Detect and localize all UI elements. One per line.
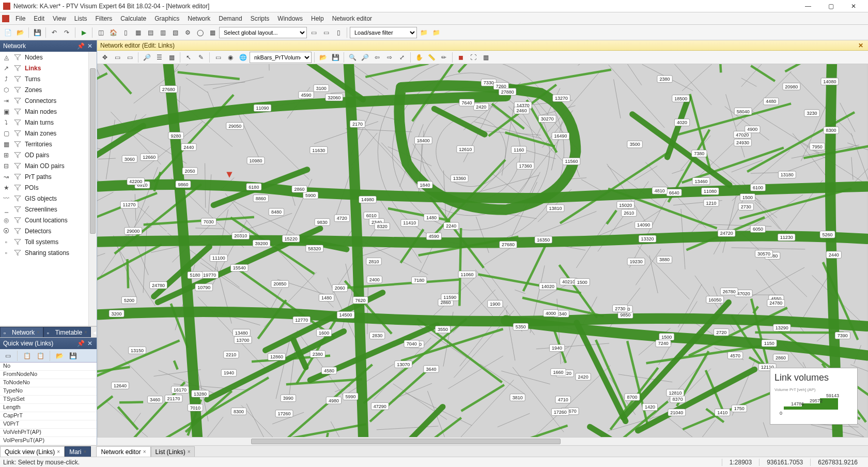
filter-icon[interactable] <box>13 86 22 94</box>
network-panel-header[interactable]: Network 📌 ✕ <box>0 40 97 52</box>
quickview-field[interactable]: TSysSet <box>0 396 97 404</box>
filter-icon[interactable] <box>13 151 22 159</box>
menu-windows[interactable]: Windows <box>273 13 307 24</box>
tool-b-icon[interactable]: ▦ <box>132 27 144 38</box>
left-tab-timetable[interactable]: ▫Timetable× <box>43 327 91 337</box>
network-item-screenlines[interactable]: ⎯ Screenlines <box>0 204 97 215</box>
filter-icon[interactable] <box>13 75 22 83</box>
measure-icon[interactable]: 📏 <box>426 52 437 63</box>
menu-lists[interactable]: Lists <box>70 13 91 24</box>
network-item-main-nodes[interactable]: ▣ Main nodes <box>0 106 97 117</box>
full-extent-icon[interactable]: ⛶ <box>468 52 479 63</box>
tab-close-icon[interactable]: × <box>84 449 87 455</box>
select-icon[interactable]: ▭ <box>124 52 135 63</box>
tool-d-icon[interactable]: ▥ <box>157 27 168 38</box>
map-canvas[interactable]: 1315013360109803230601079509280848022106… <box>97 64 868 437</box>
menu-file[interactable]: File <box>11 13 29 24</box>
zoom-extent-icon[interactable]: ⤢ <box>396 52 408 63</box>
load-save-filter-select[interactable]: Load/save filter <box>350 27 417 38</box>
minimize-button[interactable]: — <box>797 1 819 12</box>
close-button[interactable]: ✕ <box>842 1 865 12</box>
qv-save-icon[interactable]: 💾 <box>67 350 79 361</box>
qv-copy-icon[interactable]: 📋 <box>21 350 33 361</box>
tool-e-icon[interactable]: ▧ <box>169 27 181 38</box>
window-icon[interactable]: ◫ <box>95 27 106 38</box>
undo-button[interactable]: ↶ <box>49 27 60 38</box>
network-item-sharing-stations[interactable]: ▫ Sharing stations <box>0 247 97 258</box>
menu-help[interactable]: Help <box>307 13 328 24</box>
filter-icon[interactable] <box>13 129 22 138</box>
pointer-icon[interactable]: ▭ <box>112 52 123 63</box>
network-item-territories[interactable]: ▦ Territories <box>0 139 97 149</box>
filter-icon[interactable] <box>13 173 22 181</box>
quickview-field[interactable]: V0PrT <box>0 420 97 429</box>
quickview-field[interactable]: CapPrT <box>0 412 97 420</box>
graphic-param-select[interactable]: nkBars_PrTVolume <box>250 52 312 63</box>
network-item-od-pairs[interactable]: ⊞ OD pairs <box>0 149 97 160</box>
filter-icon[interactable] <box>13 184 22 192</box>
pin-icon[interactable]: 📌 <box>77 42 84 50</box>
editor-close-icon[interactable]: ✕ <box>857 42 865 49</box>
layout-b-icon[interactable]: ▭ <box>320 27 332 38</box>
panel-close-icon[interactable]: ✕ <box>86 340 94 347</box>
tab-close-icon[interactable]: × <box>84 329 87 335</box>
tool-g-icon[interactable]: ◯ <box>194 27 206 38</box>
quickview-field[interactable]: VolVehPrT(AP) <box>0 429 97 437</box>
hand-icon[interactable]: ✋ <box>413 52 425 63</box>
filter-icon[interactable] <box>13 162 22 170</box>
zoom-out-icon[interactable]: 🔎 <box>359 52 370 63</box>
arrow-mode-icon[interactable]: ↖ <box>183 52 194 63</box>
network-object-list[interactable]: ◬ Nodes↗ Links⤴ Turns⬡ Zones⇥ Connectors… <box>0 52 97 326</box>
qv-open-icon[interactable]: 📂 <box>54 350 65 361</box>
pan-icon[interactable]: ✥ <box>99 52 111 63</box>
gp-save-icon[interactable]: 💾 <box>330 52 341 63</box>
redo-button[interactable]: ↷ <box>61 27 72 38</box>
edit-mode-icon[interactable]: ✎ <box>195 52 207 63</box>
quickview-field[interactable]: No <box>0 363 97 371</box>
globe-icon[interactable]: 🌐 <box>237 52 249 63</box>
network-item-main-zones[interactable]: ▢ Main zones <box>0 128 97 139</box>
filter-open-icon[interactable]: 📁 <box>418 27 429 38</box>
tool-c-icon[interactable]: ▤ <box>145 27 156 38</box>
network-item-prt-paths[interactable]: ↝ PrT paths <box>0 171 97 182</box>
bottom-tab-quick-view-links-[interactable]: Quick view (Links)× <box>0 446 65 457</box>
bottom-tab-network-editor[interactable]: Network editor× <box>96 446 150 457</box>
menu-network[interactable]: Network <box>183 13 214 24</box>
layer-b-icon[interactable]: ◉ <box>225 52 236 63</box>
tab-close-icon[interactable]: × <box>57 449 60 455</box>
maximize-button[interactable]: ▢ <box>819 1 842 12</box>
menu-view[interactable]: View <box>49 13 70 24</box>
menu-demand[interactable]: Demand <box>214 13 246 24</box>
filter-icon[interactable] <box>13 64 22 72</box>
tab-close-icon[interactable]: × <box>37 329 40 335</box>
menu-network-editor[interactable]: Network editor <box>328 13 376 24</box>
network-item-toll-systems[interactable]: ▫ Toll systems <box>0 236 97 247</box>
filter-icon[interactable] <box>13 227 22 235</box>
bottom-tab-list-links-[interactable]: List (Links)× <box>151 446 195 457</box>
zoom-prev-icon[interactable]: ⇦ <box>371 52 383 63</box>
quickview-field[interactable]: FromNodeNo <box>0 371 97 379</box>
quickview-header[interactable]: Quick view (Links) 📌 ✕ <box>0 338 97 349</box>
qv-select-icon[interactable]: ▭ <box>2 350 13 361</box>
network-item-connectors[interactable]: ⇥ Connectors <box>0 95 97 106</box>
layout-a-icon[interactable]: ▭ <box>308 27 319 38</box>
network-item-nodes[interactable]: ◬ Nodes <box>0 52 97 63</box>
tab-close-icon[interactable]: × <box>188 449 191 455</box>
tab-close-icon[interactable]: × <box>143 449 146 455</box>
filter-icon[interactable] <box>13 205 22 214</box>
save-button[interactable]: 💾 <box>32 27 43 38</box>
network-item-links[interactable]: ↗ Links <box>0 63 97 73</box>
network-item-zones[interactable]: ⬡ Zones <box>0 84 97 95</box>
network-item-count-locations[interactable]: ◎ Count locations <box>0 215 97 225</box>
filter-icon[interactable] <box>13 97 22 105</box>
quickview-field[interactable]: Length <box>0 404 97 412</box>
bottom-tab-mari[interactable]: Mari× <box>65 446 91 457</box>
app-menu-icon[interactable] <box>2 15 9 22</box>
map-svg[interactable]: 1315013360109803230601079509280848022106… <box>97 64 868 437</box>
network-item-main-od-pairs[interactable]: ⊟ Main OD pairs <box>0 160 97 171</box>
filter-icon[interactable] <box>13 108 22 116</box>
quickview-field[interactable]: TypeNo <box>0 387 97 396</box>
network-item-main-turns[interactable]: ⤵ Main turns <box>0 117 97 128</box>
tool-f-icon[interactable]: ⚙ <box>182 27 193 38</box>
panel-close-icon[interactable]: ✕ <box>86 42 94 50</box>
